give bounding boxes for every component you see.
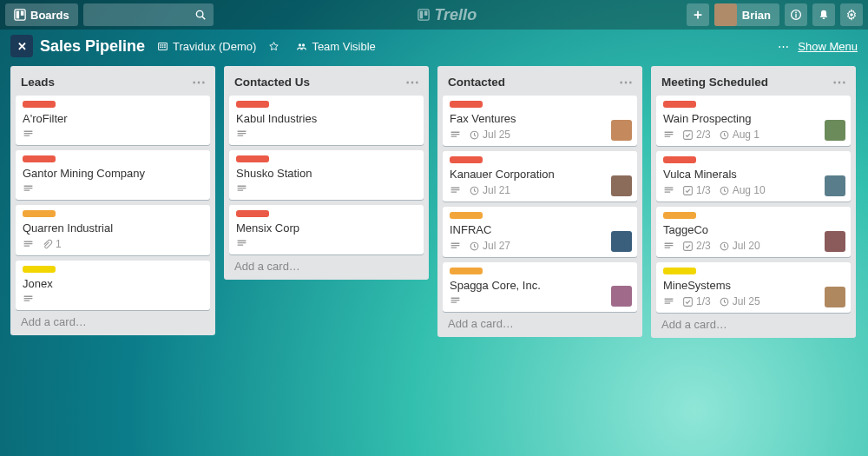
card-label <box>663 101 696 108</box>
list-title[interactable]: Leads <box>21 76 55 89</box>
settings-button[interactable] <box>840 3 863 26</box>
card-label <box>450 212 483 219</box>
list-menu-button[interactable]: ⋯ <box>619 74 634 90</box>
member-avatar[interactable] <box>825 287 845 307</box>
card-badges: Jul 21 <box>450 184 630 196</box>
card[interactable]: A'roFilter <box>16 96 210 145</box>
user-menu[interactable]: Brian <box>714 3 779 26</box>
card[interactable]: Jonex <box>16 261 210 310</box>
board-icon[interactable]: ✕ <box>10 35 33 57</box>
card[interactable]: Wain Prospecting 2/3Aug 1 <box>656 96 851 146</box>
card-badges <box>236 129 417 140</box>
due-badge: Jul 25 <box>469 129 510 141</box>
member-avatar[interactable] <box>825 175 845 196</box>
create-button[interactable] <box>687 3 709 26</box>
add-card-button[interactable]: Add a card… <box>229 254 424 274</box>
card[interactable]: MineSystems 1/3Jul 25 <box>656 262 851 313</box>
card-badges <box>23 294 203 305</box>
show-menu-link[interactable]: Show Menu <box>798 40 858 53</box>
card[interactable]: Mensix Corp <box>229 205 424 254</box>
top-nav: Boards Trello Brian <box>0 0 868 30</box>
card-title: Spagga Core, Inc. <box>450 279 630 292</box>
notifications-button[interactable] <box>812 3 835 26</box>
card-label <box>450 101 483 108</box>
description-icon <box>236 183 247 195</box>
description-icon <box>663 185 674 196</box>
card-badges <box>236 238 417 249</box>
add-card-button[interactable]: Add a card… <box>656 313 851 333</box>
member-avatar[interactable] <box>611 286 632 307</box>
due-badge: Jul 20 <box>719 240 760 252</box>
description-icon <box>450 241 461 252</box>
card[interactable]: Quarren Industrial 1 <box>16 205 210 255</box>
list-title[interactable]: Contacted Us <box>234 76 310 89</box>
due-badge: Jul 27 <box>469 240 510 252</box>
card[interactable]: Kanauer Corporation Jul 21 <box>443 151 637 202</box>
due-badge: Aug 1 <box>719 129 760 141</box>
app-logo[interactable]: Trello <box>214 6 681 24</box>
card-title: Kanauer Corporation <box>450 168 630 181</box>
description-icon <box>23 239 34 250</box>
list-title[interactable]: Meeting Scheduled <box>661 76 768 89</box>
card[interactable]: Kabul Industries <box>229 96 424 145</box>
card-title: Kabul Industries <box>236 112 417 125</box>
card-title: Fax Ventures <box>450 112 630 125</box>
search-icon <box>194 9 207 21</box>
card-badges: Jul 27 <box>450 240 630 252</box>
add-card-button[interactable]: Add a card… <box>16 310 210 330</box>
card-badges: 1 <box>23 238 203 250</box>
card-label <box>450 268 483 274</box>
due-badge: Jul 21 <box>469 184 510 196</box>
description-icon <box>663 129 674 141</box>
board-header: ✕ Sales Pipeline Travidux (Demo) Team Vi… <box>0 30 868 63</box>
member-avatar[interactable] <box>611 175 632 196</box>
card[interactable]: Shusko Station <box>229 150 424 200</box>
checklist-badge: 2/3 <box>682 129 711 141</box>
card-badges: 2/3Jul 20 <box>663 240 844 252</box>
member-avatar[interactable] <box>825 120 845 141</box>
card-title: Wain Prospecting <box>663 112 844 125</box>
board-canvas[interactable]: Leads ⋯ A'roFilter Gantor Mining Company… <box>0 63 868 456</box>
card-title: Mensix Corp <box>236 221 417 235</box>
visibility-button[interactable]: Team Visible <box>296 40 375 53</box>
card-title: Shusko Station <box>236 167 417 180</box>
attachment-badge: 1 <box>42 238 62 250</box>
member-avatar[interactable] <box>611 120 632 141</box>
boards-button[interactable]: Boards <box>5 3 78 26</box>
member-avatar[interactable] <box>825 231 845 252</box>
card-badges: 2/3Aug 1 <box>663 129 844 141</box>
card[interactable]: Fax Ventures Jul 25 <box>443 96 637 146</box>
list-menu-button[interactable]: ⋯ <box>192 74 207 90</box>
avatar <box>714 3 737 26</box>
card-badges: Jul 25 <box>450 129 630 141</box>
star-button[interactable] <box>268 41 284 52</box>
list: Leads ⋯ A'roFilter Gantor Mining Company… <box>10 66 215 335</box>
card[interactable]: Gantor Mining Company <box>16 150 210 200</box>
org-link[interactable]: Travidux (Demo) <box>157 40 256 53</box>
board-title[interactable]: Sales Pipeline <box>40 37 145 56</box>
description-icon <box>450 295 461 307</box>
card[interactable]: INFRAC Jul 27 <box>443 207 637 257</box>
search-input[interactable] <box>83 3 214 26</box>
card-badges <box>23 129 203 140</box>
checklist-badge: 1/3 <box>682 295 711 307</box>
info-button[interactable] <box>785 3 807 26</box>
member-avatar[interactable] <box>611 231 632 252</box>
list-menu-button[interactable]: ⋯ <box>832 74 847 90</box>
description-icon <box>663 241 674 252</box>
card-badges: 1/3Aug 10 <box>663 184 844 196</box>
list: Contacted ⋯ Fax Ventures Jul 25 Kanauer … <box>437 66 642 337</box>
card[interactable]: Spagga Core, Inc. <box>443 262 637 312</box>
card[interactable]: Vulca Minerals 1/3Aug 10 <box>656 151 851 202</box>
card[interactable]: TaggeCo 2/3Jul 20 <box>656 207 851 257</box>
description-icon <box>450 129 461 141</box>
card-title: Vulca Minerals <box>663 168 844 181</box>
list-menu-button[interactable]: ⋯ <box>405 74 420 90</box>
due-badge: Aug 10 <box>719 184 766 196</box>
card-title: Jonex <box>23 277 203 290</box>
card-label <box>236 101 269 108</box>
add-card-button[interactable]: Add a card… <box>443 312 637 332</box>
list-title[interactable]: Contacted <box>448 76 505 89</box>
card-badges: 1/3Jul 25 <box>663 295 844 307</box>
due-badge: Jul 25 <box>719 295 760 307</box>
